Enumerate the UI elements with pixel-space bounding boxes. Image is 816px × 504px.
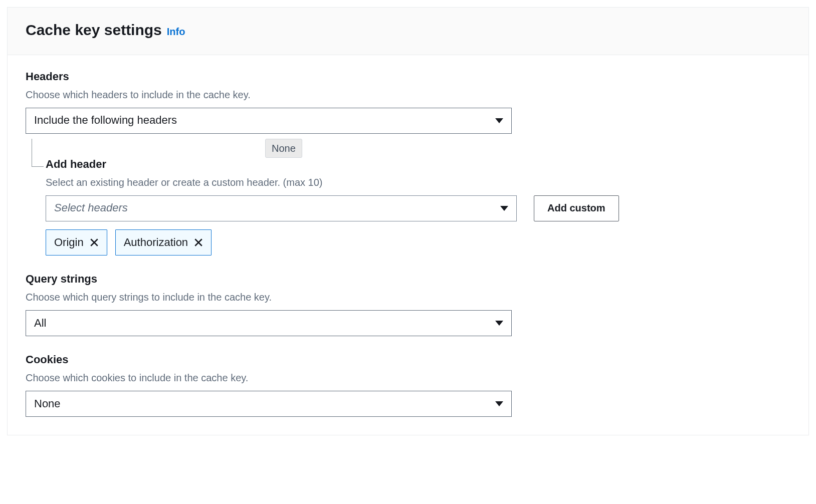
header-token-label: Origin [54, 235, 84, 250]
headers-description: Choose which headers to include in the c… [26, 88, 790, 102]
add-header-label: Add header [46, 157, 790, 172]
header-token-label: Authorization [124, 235, 188, 250]
panel-header: Cache key settings Info [8, 8, 808, 55]
add-custom-button[interactable]: Add custom [534, 195, 619, 221]
cookies-description: Choose which cookies to include in the c… [26, 371, 790, 385]
header-token-origin: Origin [46, 229, 107, 256]
close-icon[interactable] [194, 238, 203, 247]
cookies-select[interactable]: None [26, 391, 512, 417]
cookies-select-value: None [34, 396, 61, 412]
select-headers-placeholder: Select headers [54, 200, 128, 216]
headers-section: Headers Choose which headers to include … [26, 69, 790, 256]
header-token-row: Origin Authorization [46, 229, 790, 256]
add-header-nested: None Add header Select an existing heade… [26, 139, 790, 256]
cache-key-settings-panel: Cache key settings Info Headers Choose w… [7, 7, 809, 435]
panel-title: Cache key settings [26, 20, 162, 41]
caret-down-icon [495, 401, 503, 406]
tree-elbow-icon [32, 139, 44, 167]
cookies-label: Cookies [26, 352, 790, 368]
caret-down-icon [500, 206, 508, 211]
query-strings-section: Query strings Choose which query strings… [26, 272, 790, 336]
close-icon[interactable] [90, 238, 99, 247]
headers-select[interactable]: Include the following headers [26, 108, 512, 134]
headers-label: Headers [26, 69, 790, 85]
query-strings-select-value: All [34, 316, 46, 331]
info-link[interactable]: Info [167, 25, 185, 39]
panel-body: Headers Choose which headers to include … [8, 55, 808, 435]
caret-down-icon [495, 118, 503, 123]
query-strings-description: Choose which query strings to include in… [26, 290, 790, 304]
tooltip-none: None [265, 139, 302, 158]
cookies-section: Cookies Choose which cookies to include … [26, 352, 790, 417]
header-token-authorization: Authorization [115, 229, 212, 256]
add-custom-label: Add custom [547, 202, 605, 214]
headers-select-value: Include the following headers [34, 113, 177, 128]
add-header-description: Select an existing header or create a cu… [46, 175, 790, 189]
caret-down-icon [495, 321, 503, 326]
select-headers-dropdown[interactable]: Select headers [46, 195, 517, 221]
query-strings-label: Query strings [26, 272, 790, 287]
query-strings-select[interactable]: All [26, 310, 512, 336]
